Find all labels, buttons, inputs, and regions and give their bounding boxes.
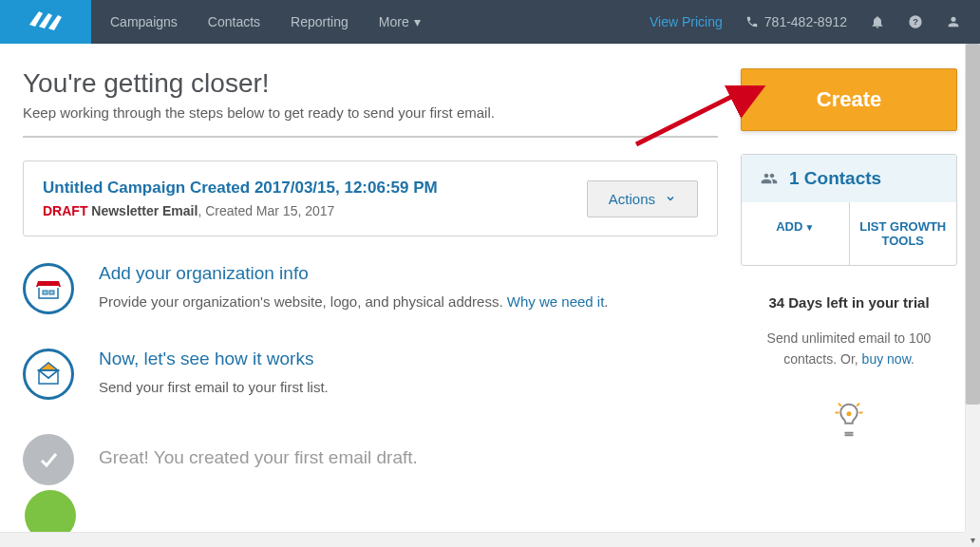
step-done-text: Great! You created your first email draf…: [99, 447, 418, 468]
svg-text:?: ?: [913, 17, 918, 27]
nav-contacts[interactable]: Contacts: [208, 14, 260, 29]
svg-rect-7: [43, 291, 47, 294]
buy-now-link[interactable]: buy now: [862, 351, 911, 367]
lightbulb-icon: [746, 402, 952, 442]
help-icon[interactable]: ?: [908, 14, 923, 29]
nav-reporting[interactable]: Reporting: [291, 14, 349, 29]
trial-description: Send unlimited email to 100 contacts. Or…: [746, 328, 952, 370]
view-pricing-link[interactable]: View Pricing: [650, 14, 723, 29]
horizontal-scrollbar[interactable]: [0, 532, 965, 547]
profile-icon[interactable]: [946, 14, 961, 29]
envelope-icon: [23, 349, 74, 400]
campaign-title-link[interactable]: Untitled Campaign Created 2017/03/15, 12…: [43, 179, 438, 198]
svg-rect-6: [38, 286, 59, 288]
trial-days-left: 34 Days left in your trial: [746, 292, 952, 314]
add-contact-button[interactable]: ADD▼: [742, 202, 850, 265]
svg-rect-5: [39, 287, 58, 298]
create-button[interactable]: Create: [741, 68, 957, 131]
trial-info: 34 Days left in your trial Send unlimite…: [741, 292, 957, 442]
phone-icon: [745, 15, 759, 28]
contacts-widget-header[interactable]: 1 Contacts: [742, 155, 956, 202]
campaign-meta: DRAFT Newsletter Email, Created Mar 15, …: [43, 203, 438, 218]
step-org-info: Add your organization info Provide your …: [23, 263, 718, 314]
caret-down-icon: ▼: [804, 222, 814, 233]
notifications-icon[interactable]: [870, 14, 885, 29]
contacts-widget: 1 Contacts ADD▼ LIST GROWTH TOOLS: [741, 154, 957, 266]
step-how-it-works: Now, let's see how it works Send your fi…: [23, 349, 718, 400]
page-title: You're getting closer!: [23, 68, 495, 99]
svg-marker-10: [39, 363, 58, 370]
campaign-actions-button[interactable]: Actions: [587, 180, 698, 217]
checkmark-icon: [23, 434, 74, 485]
why-we-need-it-link[interactable]: Why we need it: [507, 293, 605, 310]
vertical-scrollbar[interactable]: [965, 44, 980, 532]
contacts-icon: [759, 170, 780, 187]
step-org-info-title[interactable]: Add your organization info: [99, 263, 609, 284]
svg-rect-8: [49, 291, 54, 294]
step-how-it-works-title[interactable]: Now, let's see how it works: [99, 349, 329, 369]
support-phone: 781-482-8912: [745, 14, 847, 29]
chevron-down-icon: [665, 193, 676, 204]
step-how-it-works-desc: Send your first email to your first list…: [99, 379, 329, 395]
svg-point-12: [847, 412, 852, 417]
chevron-down-icon: ▾: [414, 14, 421, 29]
scroll-corner: ▾: [965, 532, 980, 547]
divider: [23, 136, 718, 138]
nav-more[interactable]: More▾: [379, 14, 421, 29]
step-org-info-desc: Provide your organization's website, log…: [99, 293, 609, 310]
top-navigation: Campaigns Contacts Reporting More▾ View …: [0, 0, 980, 44]
page-subtitle: Keep working through the steps below to …: [23, 104, 495, 121]
step-draft-done: Great! You created your first email draf…: [23, 434, 718, 485]
brand-logo[interactable]: [0, 0, 91, 44]
nav-campaigns[interactable]: Campaigns: [110, 14, 178, 29]
campaign-card: Untitled Campaign Created 2017/03/15, 12…: [23, 160, 718, 236]
list-growth-tools-button[interactable]: LIST GROWTH TOOLS: [850, 202, 957, 265]
storefront-icon: [23, 263, 74, 314]
